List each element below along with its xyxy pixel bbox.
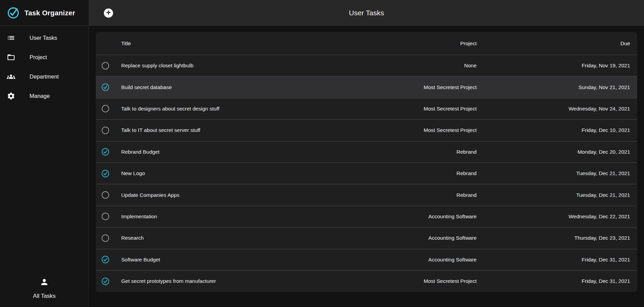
folder-icon [7,53,15,62]
task-title: Build secret database [121,84,375,90]
table-row[interactable]: Rebrand Budget Rebrand Monday, Dec 20, 2… [96,141,637,163]
task-status-circle-icon[interactable] [102,191,109,199]
task-project: None [375,63,477,69]
sidebar-footer-all-tasks[interactable]: All Tasks [0,277,89,307]
task-due: Monday, Dec 20, 2021 [477,149,630,155]
task-due: Tuesday, Dec 21, 2021 [477,170,630,176]
gear-icon [7,92,15,100]
task-due: Tuesday, Dec 21, 2021 [477,192,630,198]
sidebar-item-label: Manage [30,93,50,99]
table-header-row: Title Project Due [96,32,637,55]
sidebar-item-department[interactable]: Department [0,67,89,86]
sidebar-item-label: Project [30,54,47,61]
table-row[interactable]: Replace supply closet lightbulb None Fri… [96,55,637,76]
task-due: Friday, Nov 19, 2021 [477,63,630,69]
task-due: Friday, Dec 31, 2021 [477,257,630,263]
sidebar-item-manage[interactable]: Manage [0,86,89,106]
task-project: Rebrand [375,149,477,155]
task-project: Accounting Software [375,235,477,241]
task-project: Most Secretest Project [375,84,477,90]
table-row[interactable]: Update Companies Apps Rebrand Tuesday, D… [96,184,637,205]
task-status-circle-icon[interactable] [102,126,109,134]
task-project: Most Secretest Project [375,127,477,133]
check-circle-logo-icon [7,6,20,19]
sidebar-item-label: Department [30,73,59,80]
table-row[interactable]: Talk to designers about secret design st… [96,98,637,119]
table-row[interactable]: Build secret database Most Secretest Pro… [96,76,637,98]
table-row[interactable]: Implementation Accounting Software Wedne… [96,206,637,227]
task-status-circle-icon[interactable] [102,105,109,113]
task-status-circle-icon[interactable] [102,256,109,263]
task-status-circle-icon[interactable] [102,277,109,285]
task-title: Research [121,235,375,241]
task-title: New Logo [121,170,375,176]
task-project: Rebrand [375,170,477,176]
sidebar-item-user-tasks[interactable]: User Tasks [0,28,89,48]
page-title: User Tasks [349,9,384,17]
header: + User Tasks [89,0,644,26]
column-header-due: Due [477,40,630,47]
person-icon [40,277,49,288]
task-due: Wednesday, Nov 24, 2021 [477,106,630,112]
task-project: Most Secretest Project [375,278,477,284]
plus-icon: + [106,8,111,17]
task-title: Software Budget [121,257,375,263]
all-tasks-label: All Tasks [33,293,56,300]
task-status-circle-icon[interactable] [102,234,109,242]
task-due: Friday, Dec 31, 2021 [477,278,630,284]
add-task-button[interactable]: + [104,8,113,18]
sidebar-nav: User Tasks Project Department [0,26,89,106]
content-area: Title Project Due [89,26,644,307]
table-row[interactable]: Get secret prototypes from manufacturer … [96,270,637,292]
groups-icon [7,72,15,81]
task-title: Get secret prototypes from manufacturer [121,278,375,284]
table-row[interactable]: Talk to IT about secret server stuff Mos… [96,119,637,141]
sidebar-item-project[interactable]: Project [0,48,89,67]
sidebar: Task Organizer User Tasks Project [0,0,89,307]
task-status-circle-icon[interactable] [102,148,109,156]
task-title: Replace supply closet lightbulb [121,63,375,69]
task-due: Friday, Dec 10, 2021 [477,127,630,133]
table-row[interactable]: New Logo Rebrand Tuesday, Dec 21, 2021 [96,163,637,184]
table-row[interactable]: Research Accounting Software Thursday, D… [96,227,637,249]
task-status-circle-icon[interactable] [102,170,109,177]
task-title: Rebrand Budget [121,149,375,155]
task-due: Wednesday, Dec 22, 2021 [477,214,630,220]
task-due: Sunday, Nov 21, 2021 [477,84,630,90]
sidebar-item-label: User Tasks [30,35,57,41]
tasks-table: Title Project Due [96,32,637,292]
task-project: Accounting Software [375,214,477,220]
column-header-title: Title [121,40,375,47]
app-logo: Task Organizer [0,0,89,26]
task-project: Most Secretest Project [375,106,477,112]
task-title: Talk to designers about secret design st… [121,106,375,112]
app-title: Task Organizer [24,9,75,17]
task-title: Update Companies Apps [121,192,375,198]
main-area: + User Tasks Title Project Due [89,0,644,307]
task-title: Talk to IT about secret server stuff [121,127,375,133]
table-body: Replace supply closet lightbulb None Fri… [96,55,637,292]
task-status-circle-icon[interactable] [102,212,109,220]
task-status-circle-icon[interactable] [102,83,109,91]
task-due: Thursday, Dec 23, 2021 [477,235,630,241]
task-status-circle-icon[interactable] [102,62,109,70]
column-header-project: Project [375,40,477,47]
task-title: Implementation [121,214,375,220]
list-icon [7,34,15,42]
task-project: Accounting Software [375,257,477,263]
table-row[interactable]: Software Budget Accounting Software Frid… [96,249,637,270]
task-project: Rebrand [375,192,477,198]
